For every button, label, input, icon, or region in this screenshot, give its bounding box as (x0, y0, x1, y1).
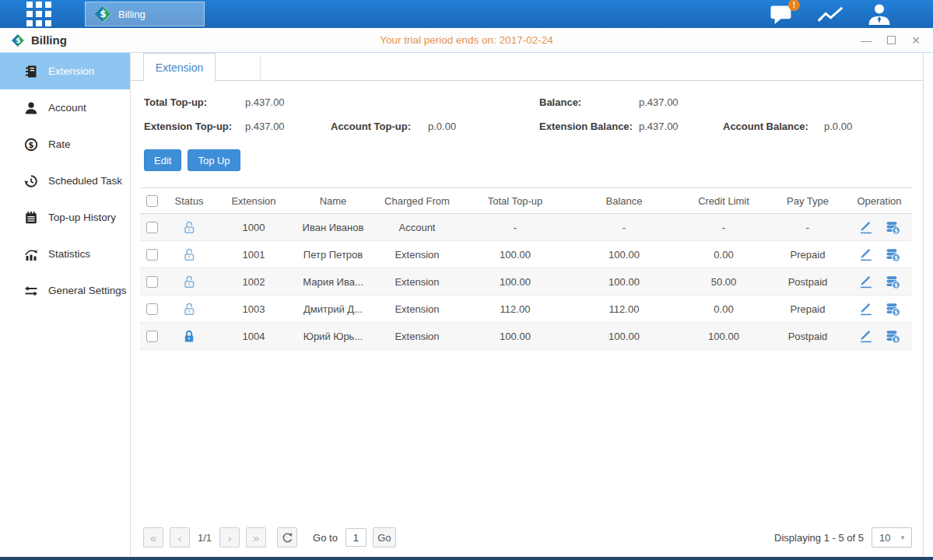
edit-row-icon[interactable] (858, 247, 872, 261)
row-checkbox[interactable] (146, 276, 158, 288)
extensions-table: Status Extension Name Charged From Total… (140, 187, 912, 350)
trial-notice: Your trial period ends on: 2017-02-24 (0, 34, 933, 46)
balance-cell: 100.00 (570, 249, 679, 261)
extension-balance-label: Extension Balance: (539, 121, 639, 132)
edit-row-icon[interactable] (858, 302, 872, 316)
sidebar-item-account[interactable]: Account (0, 89, 130, 126)
sidebar-item-label: Rate (48, 138, 71, 150)
status-lock-icon[interactable] (163, 247, 215, 261)
notification-badge: ! (788, 0, 800, 11)
charged-from-cell: Extension (374, 331, 461, 342)
balance-cell: 100.00 (570, 276, 679, 288)
sidebar-item-general-settings[interactable]: General Settings (0, 272, 130, 309)
total-topup-cell: 100.00 (461, 331, 570, 342)
refresh-button[interactable] (277, 527, 297, 548)
row-checkbox[interactable] (146, 331, 158, 342)
window-titlebar: Billing Your trial period ends on: 2017-… (0, 28, 933, 53)
go-button[interactable]: Go (373, 527, 396, 548)
credit-limit-cell: 0.00 (679, 249, 769, 261)
col-charged-from: Charged From (374, 195, 461, 207)
col-total-topup: Total Top-up (461, 195, 570, 207)
sidebar-item-topup-history[interactable]: Top-up History (0, 199, 130, 236)
pay-type-cell: - (769, 222, 847, 233)
col-operation: Operation (847, 195, 912, 207)
app-launcher-grid-icon[interactable] (26, 1, 52, 27)
top-up-button[interactable]: Top Up (188, 149, 240, 171)
row-checkbox[interactable] (146, 249, 158, 261)
line-chart-icon (816, 4, 844, 24)
col-extension: Extension (215, 195, 293, 207)
extension-cell: 1003 (215, 303, 293, 315)
edit-row-icon[interactable] (858, 220, 872, 234)
window-title: Billing (31, 33, 67, 47)
window-maximize-button[interactable] (885, 34, 897, 47)
goto-label: Go to (313, 532, 338, 544)
status-lock-icon[interactable] (163, 220, 215, 234)
last-page-button[interactable]: » (246, 527, 266, 548)
balance-label: Balance: (539, 96, 639, 108)
window-close-button[interactable]: ✕ (910, 34, 922, 47)
action-buttons: Edit Top Up (131, 138, 923, 171)
table-row: 1003 Дмитрий Д... Extension 112.00 112.0… (140, 296, 912, 323)
total-topup-value: p.437.00 (245, 96, 331, 108)
history-clock-icon (24, 174, 38, 188)
balance-cell: - (570, 222, 679, 233)
select-all-checkbox[interactable] (146, 195, 158, 207)
page-size-dropdown[interactable]: 10 ▼ (872, 527, 912, 548)
edit-button[interactable]: Edit (144, 149, 181, 171)
person-icon (24, 101, 38, 115)
sidebar-item-scheduled-task[interactable]: Scheduled Task (0, 163, 130, 199)
svg-text:$: $ (29, 140, 34, 149)
sidebar-item-label: General Settings (48, 285, 127, 296)
billing-diamond-icon (93, 5, 112, 23)
topup-row-icon[interactable] (886, 275, 900, 289)
total-topup-cell: 100.00 (461, 276, 570, 288)
first-page-button[interactable]: « (143, 527, 163, 548)
row-checkbox[interactable] (146, 222, 158, 233)
app-tab-billing[interactable]: Billing (85, 2, 205, 26)
topup-row-icon[interactable] (886, 220, 900, 235)
topup-row-icon[interactable] (886, 302, 900, 317)
sidebar-item-label: Top-up History (48, 212, 116, 223)
account-topup-label: Account Top-up: (331, 121, 428, 132)
sidebar-item-rate[interactable]: $ Rate (0, 126, 130, 163)
sidebar-item-extension[interactable]: Extension (0, 53, 130, 89)
table-row: 1000 Иван Иванов Account - - - - (140, 214, 912, 241)
next-page-button[interactable]: › (219, 527, 240, 548)
window-bottom-border (0, 557, 933, 560)
maximize-icon (887, 36, 896, 44)
total-topup-cell: 112.00 (461, 303, 570, 315)
balance-cell: 112.00 (570, 303, 679, 315)
status-lock-icon[interactable] (163, 329, 215, 343)
window-minimize-button[interactable]: — (860, 34, 872, 47)
charged-from-cell: Extension (374, 303, 461, 315)
extension-cell: 1004 (215, 331, 293, 342)
name-cell: Мария Ива... (293, 276, 374, 288)
status-lock-icon[interactable] (163, 275, 215, 289)
notifications-message-icon[interactable]: ! (770, 4, 794, 25)
refresh-icon (282, 532, 293, 544)
topup-row-icon[interactable] (886, 329, 900, 344)
row-checkbox[interactable] (146, 303, 158, 315)
table-header-row: Status Extension Name Charged From Total… (140, 187, 912, 214)
sidebar-item-label: Account (48, 102, 86, 114)
user-account-icon[interactable] (866, 3, 893, 25)
sidebar-item-label: Statistics (48, 248, 90, 260)
charged-from-cell: Extension (374, 276, 461, 288)
credit-limit-cell: - (679, 222, 769, 233)
sidebar-item-statistics[interactable]: Statistics (0, 236, 130, 272)
topup-row-icon[interactable] (886, 247, 900, 262)
reports-chart-icon[interactable] (816, 4, 844, 24)
prev-page-button[interactable]: ‹ (170, 527, 190, 548)
status-lock-icon[interactable] (163, 302, 215, 316)
edit-row-icon[interactable] (858, 329, 872, 343)
person-icon (866, 3, 893, 25)
credit-limit-cell: 0.00 (679, 303, 769, 315)
tab-extension[interactable]: Extension (143, 53, 216, 81)
content-area: Extension Total Top-up: p.437.00 Balance… (131, 53, 924, 557)
edit-row-icon[interactable] (858, 275, 872, 289)
name-cell: Юрий Юрь... (293, 331, 374, 342)
goto-page-input[interactable] (345, 528, 367, 547)
table-row: 1004 Юрий Юрь... Extension 100.00 100.00… (140, 323, 912, 350)
total-topup-cell: 100.00 (461, 249, 570, 261)
